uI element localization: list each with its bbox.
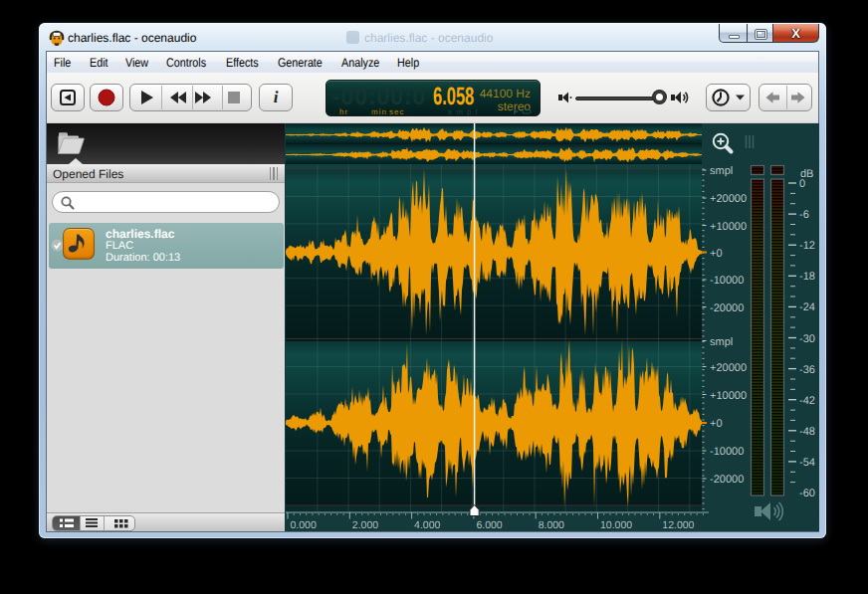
svg-text:-48: -48 bbox=[799, 426, 815, 438]
svg-text:8.000: 8.000 bbox=[539, 519, 564, 531]
svg-text:+0: +0 bbox=[710, 248, 723, 260]
svg-text:+0: +0 bbox=[710, 418, 723, 430]
svg-text:-18: -18 bbox=[799, 271, 815, 283]
svg-text:-54: -54 bbox=[799, 457, 815, 469]
svg-text:-20000: -20000 bbox=[710, 474, 744, 486]
svg-text:4.000: 4.000 bbox=[414, 519, 440, 531]
svg-text:6.000: 6.000 bbox=[476, 519, 502, 531]
svg-text:0: 0 bbox=[799, 178, 805, 190]
svg-text:-12: -12 bbox=[799, 240, 815, 252]
svg-text:2.000: 2.000 bbox=[352, 519, 378, 531]
svg-text:+20000: +20000 bbox=[710, 362, 747, 374]
svg-text:-10000: -10000 bbox=[710, 275, 744, 287]
svg-text:-20000: -20000 bbox=[710, 302, 744, 314]
svg-text:smpl: smpl bbox=[710, 336, 733, 348]
svg-text:smpl: smpl bbox=[710, 165, 733, 177]
svg-text:-36: -36 bbox=[799, 364, 815, 376]
svg-text:-10000: -10000 bbox=[710, 446, 744, 458]
svg-text:0.000: 0.000 bbox=[291, 519, 317, 531]
svg-text:-24: -24 bbox=[799, 301, 815, 313]
svg-text:+10000: +10000 bbox=[710, 390, 747, 402]
svg-text:-42: -42 bbox=[799, 395, 815, 407]
svg-text:-6: -6 bbox=[799, 209, 809, 221]
svg-text:12.000: 12.000 bbox=[662, 519, 694, 531]
svg-text:+10000: +10000 bbox=[710, 221, 747, 233]
svg-text:-30: -30 bbox=[799, 333, 815, 345]
svg-text:10.000: 10.000 bbox=[600, 519, 632, 531]
svg-text:+20000: +20000 bbox=[710, 193, 747, 205]
svg-text:-60: -60 bbox=[799, 488, 815, 499]
